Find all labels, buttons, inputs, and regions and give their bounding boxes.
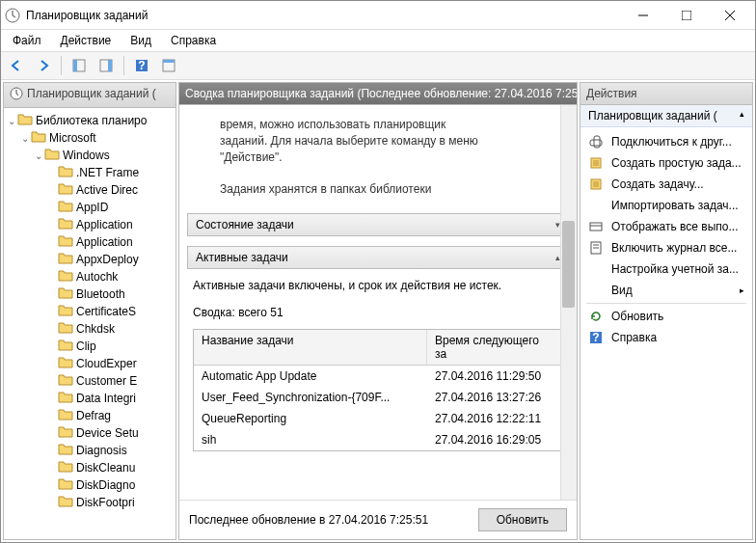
col-next-run[interactable]: Время следующего за xyxy=(427,330,562,365)
menu-help[interactable]: Справка xyxy=(163,32,224,49)
minimize-button[interactable] xyxy=(621,2,664,29)
help-button[interactable]: ? xyxy=(130,54,153,77)
tree-label: Application xyxy=(76,235,133,249)
tree-item[interactable]: ⌄Microsoft xyxy=(4,129,176,147)
tree-label: DiskCleanu xyxy=(76,461,135,475)
action-label: Создать задачу... xyxy=(611,177,744,191)
toolbar: ? xyxy=(1,51,755,80)
tree-expander[interactable]: ⌄ xyxy=(6,116,17,126)
table-row[interactable]: QueueReporting27.04.2016 12:22:11 xyxy=(194,408,562,429)
separator xyxy=(586,303,746,304)
tree-item[interactable]: CloudExper xyxy=(4,355,176,372)
panel-button[interactable] xyxy=(157,54,180,77)
folder-tree[interactable]: ⌄Библиотека планиро⌄Microsoft⌄Windows.NE… xyxy=(4,108,176,539)
toolbar-separator xyxy=(123,56,124,75)
table-row[interactable]: User_Feed_Synchronization-{709F...27.04.… xyxy=(194,387,562,408)
clock-icon xyxy=(10,87,23,100)
action-item[interactable]: Настройка учетной за... xyxy=(580,258,752,280)
scrollbar-thumb[interactable] xyxy=(562,221,575,308)
log-icon xyxy=(588,240,604,256)
action-label: Включить журнал все... xyxy=(611,241,744,255)
none-icon xyxy=(588,198,604,213)
active-section-header[interactable]: Активные задачи ▴ xyxy=(187,246,569,269)
table-row[interactable]: sih27.04.2016 16:29:05 xyxy=(194,429,562,450)
tree-label: Bluetooth xyxy=(76,287,125,301)
action-item[interactable]: ?Справка xyxy=(580,327,752,348)
tree-item[interactable]: DiskDiagno xyxy=(4,476,176,494)
tree-item[interactable]: ⌄Windows xyxy=(4,147,176,164)
task-time: 27.04.2016 13:27:26 xyxy=(427,389,562,406)
tree-item[interactable]: Autochk xyxy=(4,268,176,285)
tree-expander[interactable]: ⌄ xyxy=(33,150,44,161)
task-icon xyxy=(588,176,604,192)
tree-item[interactable]: .NET Frame xyxy=(4,164,176,181)
action-item[interactable]: Включить журнал все... xyxy=(580,237,752,258)
tree-item[interactable]: Active Direc xyxy=(4,181,176,199)
task-table: Название задачи Время следующего за Auto… xyxy=(193,329,563,451)
info-text: время, можно использовать планировщик за… xyxy=(220,117,478,198)
tree-item[interactable]: Defrag xyxy=(4,407,176,424)
tree-item[interactable]: DiskFootpri xyxy=(4,494,176,511)
tree-label: Autochk xyxy=(76,270,118,284)
tree-label: Microsoft xyxy=(49,131,96,145)
tree-item[interactable]: Bluetooth xyxy=(4,285,176,303)
tree-label: Data Integri xyxy=(76,392,136,405)
panel-left-button[interactable] xyxy=(68,54,91,77)
actions-list: Подключиться к друг...Создать простую за… xyxy=(580,127,752,352)
action-item[interactable]: Создать задачу... xyxy=(580,174,752,195)
tree-label: Библиотека планиро xyxy=(36,114,147,127)
tree-item[interactable]: Data Integri xyxy=(4,390,176,407)
forward-button[interactable] xyxy=(32,54,55,77)
action-label: Вид xyxy=(611,284,732,297)
tree-item[interactable]: Diagnosis xyxy=(4,442,176,459)
action-item[interactable]: Отображать все выпо... xyxy=(580,216,752,237)
tree-label: Windows xyxy=(63,149,110,162)
summary-body: время, можно использовать планировщик за… xyxy=(179,105,577,500)
task-name: Automatic App Update xyxy=(194,367,427,385)
folder-icon xyxy=(58,320,76,339)
menu-view[interactable]: Вид xyxy=(122,32,159,49)
status-section-header[interactable]: Состояние задачи ▾ xyxy=(187,213,569,236)
maximize-button[interactable] xyxy=(664,2,708,29)
tree-item[interactable]: Clip xyxy=(4,338,176,355)
refresh-button[interactable]: Обновить xyxy=(478,508,567,531)
tree-item[interactable]: Application xyxy=(4,216,176,233)
tree-item[interactable]: Customer E xyxy=(4,372,176,390)
view-icon xyxy=(588,219,604,234)
tree-label: .NET Frame xyxy=(76,166,139,179)
tree-expander[interactable]: ⌄ xyxy=(19,133,31,144)
folder-icon xyxy=(58,199,76,217)
action-item[interactable]: Вид▸ xyxy=(580,280,752,301)
folder-icon xyxy=(58,303,76,321)
folder-icon xyxy=(58,216,76,234)
tree-item[interactable]: CertificateS xyxy=(4,303,176,320)
menu-action[interactable]: Действие xyxy=(53,32,120,49)
tree-item[interactable]: Device Setu xyxy=(4,424,176,442)
tree-item[interactable]: AppID xyxy=(4,199,176,216)
table-row[interactable]: Automatic App Update27.04.2016 11:29:50 xyxy=(194,366,562,387)
folder-icon xyxy=(58,285,76,304)
tree-item[interactable]: Chkdsk xyxy=(4,320,176,338)
scrollbar[interactable] xyxy=(560,105,577,500)
col-task-name[interactable]: Название задачи xyxy=(194,330,427,365)
link-icon xyxy=(588,134,604,149)
folder-icon xyxy=(58,494,76,512)
tree-label: Chkdsk xyxy=(76,322,115,336)
folder-icon xyxy=(58,338,76,356)
action-item[interactable]: Подключиться к друг... xyxy=(580,131,752,152)
action-item[interactable]: Создать простую зада... xyxy=(580,152,752,174)
tree-item[interactable]: DiskCleanu xyxy=(4,459,176,476)
panel-right-button[interactable] xyxy=(94,54,118,77)
folder-icon xyxy=(58,355,76,373)
menu-file[interactable]: Файл xyxy=(5,32,49,49)
action-item[interactable]: Импортировать задач... xyxy=(580,195,752,216)
tree-item[interactable]: AppxDeploy xyxy=(4,251,176,268)
task-name: User_Feed_Synchronization-{709F... xyxy=(194,389,427,406)
none-icon xyxy=(588,261,604,277)
action-item[interactable]: Обновить xyxy=(580,306,752,327)
svg-rect-2 xyxy=(682,11,691,20)
close-button[interactable] xyxy=(708,2,751,29)
tree-item[interactable]: Application xyxy=(4,233,176,251)
back-button[interactable] xyxy=(5,54,28,77)
tree-item[interactable]: ⌄Библиотека планиро xyxy=(4,112,176,129)
